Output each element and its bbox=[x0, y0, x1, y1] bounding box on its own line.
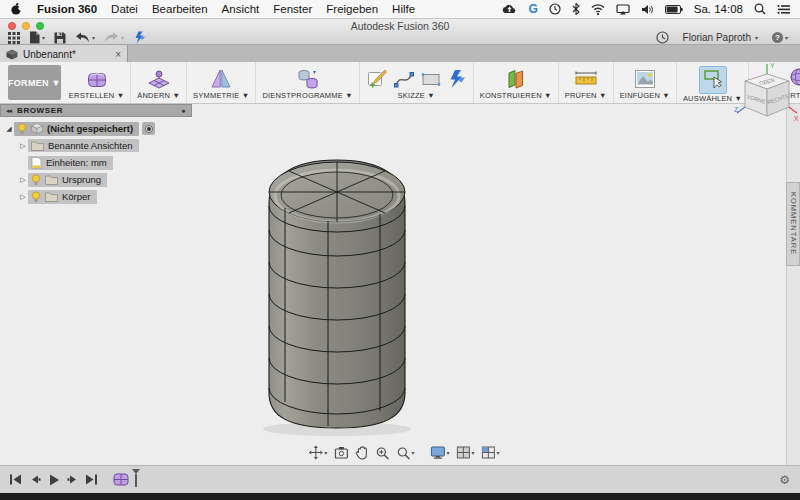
zoom-window-button[interactable] bbox=[373, 445, 391, 461]
macos-menubar: Fusion 360 Datei Bearbeiten Ansicht Fens… bbox=[0, 0, 800, 19]
tree-row-document[interactable]: ◢ (Nicht gespeichert) bbox=[4, 121, 192, 136]
save-button[interactable] bbox=[54, 31, 66, 44]
menu-hilfe[interactable]: Hilfe bbox=[392, 3, 415, 15]
ribbon-group-skizze[interactable]: SKIZZE ▼ bbox=[360, 62, 474, 103]
ribbon-group-dienstprogramme[interactable]: DIENSTPROGRAMME ▼ bbox=[256, 62, 359, 103]
viewports-icon bbox=[481, 446, 495, 459]
bluetooth-icon[interactable] bbox=[572, 3, 580, 15]
look-at-button[interactable] bbox=[332, 445, 350, 460]
menubar-status-icons: G Sa. 14:08 bbox=[502, 2, 790, 16]
bulb-icon[interactable] bbox=[31, 191, 41, 203]
activate-component-radio[interactable] bbox=[142, 122, 155, 135]
folder-icon bbox=[45, 174, 58, 185]
tree-row-einheiten[interactable]: Einheiten: mm bbox=[18, 155, 192, 170]
battery-icon[interactable] bbox=[665, 5, 683, 14]
display-settings-button[interactable]: ▾ bbox=[428, 445, 451, 460]
viewport-canvas[interactable]: ◂◂ BROWSER ● ◢ (Nicht gespeichert) ▷ Ben… bbox=[0, 104, 800, 465]
tab-unbenannt[interactable]: Unbenannt* × bbox=[0, 45, 128, 63]
apple-menu-icon[interactable] bbox=[10, 2, 23, 16]
logitech-g-icon[interactable]: G bbox=[528, 2, 537, 16]
sync-bolt-icon bbox=[133, 31, 146, 44]
job-status-icon[interactable] bbox=[656, 31, 669, 44]
redo-caret-icon: ▾ bbox=[121, 35, 124, 41]
zoom-caret-icon: ▾ bbox=[411, 450, 414, 456]
redo-button[interactable]: ▾ bbox=[104, 31, 124, 44]
tspline-cylinder-model[interactable] bbox=[238, 148, 458, 440]
grid-layout-icon bbox=[456, 446, 470, 459]
timeline-feature-form[interactable] bbox=[113, 472, 140, 487]
user-menu[interactable]: Florian Paproth ▾ bbox=[683, 32, 758, 43]
component-cube-icon bbox=[31, 123, 43, 134]
ribbon-group-aendern[interactable]: ÄNDERN ▼ bbox=[131, 62, 187, 103]
menu-fenster[interactable]: Fenster bbox=[273, 3, 312, 15]
airplay-icon[interactable] bbox=[616, 4, 630, 15]
timeline-gear-icon[interactable]: ⚙ bbox=[779, 473, 792, 487]
browser-tree: ◢ (Nicht gespeichert) ▷ Benannte Ansicht… bbox=[0, 117, 192, 204]
viewcube-x-axis bbox=[789, 107, 797, 113]
tree-label-benannte-ansichten: Benannte Ansichten bbox=[48, 140, 133, 151]
viewports-button[interactable]: ▾ bbox=[479, 445, 501, 460]
ribbon-group-erstellen[interactable]: ERSTELLEN ▼ bbox=[63, 62, 131, 103]
time-machine-icon[interactable] bbox=[549, 3, 561, 15]
tree-collapsed-icon[interactable]: ▷ bbox=[18, 176, 28, 184]
tree-row-ursprung[interactable]: ▷ Ursprung bbox=[18, 172, 192, 187]
volume-icon[interactable] bbox=[641, 4, 654, 15]
bulb-icon[interactable] bbox=[17, 123, 27, 135]
viewcube[interactable]: Y OBEN VORNE RECHTS Z X bbox=[734, 60, 800, 132]
tab-label: Unbenannt* bbox=[23, 49, 110, 60]
menu-datei[interactable]: Datei bbox=[111, 3, 138, 15]
undo-caret-icon: ▾ bbox=[92, 35, 95, 41]
help-menu[interactable]: ? ▾ bbox=[772, 32, 788, 43]
group-label-konstruieren: KONSTRUIEREN ▼ bbox=[480, 91, 552, 100]
tree-row-benannte-ansichten[interactable]: ▷ Benannte Ansichten bbox=[18, 138, 192, 153]
group-label-einfuegen: EINFÜGEN ▼ bbox=[620, 91, 670, 100]
browser-panel: ◂◂ BROWSER ● ◢ (Nicht gespeichert) ▷ Ben… bbox=[0, 104, 192, 206]
sync-bolt-button[interactable] bbox=[133, 31, 146, 44]
timeline-play-button[interactable] bbox=[46, 473, 61, 487]
menubar-clock[interactable]: Sa. 14:08 bbox=[694, 3, 743, 15]
undo-button[interactable]: ▾ bbox=[75, 31, 95, 44]
bulb-icon[interactable] bbox=[31, 174, 41, 186]
workspace-selector-formen[interactable]: FORMEN ▼ bbox=[8, 65, 61, 100]
menu-ansicht[interactable]: Ansicht bbox=[222, 3, 260, 15]
ribbon-group-einfuegen[interactable]: EINFÜGEN ▼ bbox=[614, 62, 677, 103]
notification-center-icon[interactable] bbox=[777, 4, 790, 15]
tree-collapsed-icon[interactable]: ▷ bbox=[18, 142, 28, 150]
tree-collapsed-icon[interactable]: ▷ bbox=[18, 193, 28, 201]
menu-fusion360[interactable]: Fusion 360 bbox=[37, 3, 97, 15]
timeline-skip-end-button[interactable] bbox=[84, 473, 99, 487]
edit-form-icon bbox=[147, 68, 171, 90]
tab-close-icon[interactable]: × bbox=[115, 49, 121, 60]
new-file-button[interactable]: ▾ bbox=[29, 31, 45, 44]
select-tool-icon bbox=[701, 68, 725, 90]
timeline-step-back-button[interactable] bbox=[27, 473, 42, 487]
panel-collapse-icon[interactable]: ◂◂ bbox=[6, 107, 11, 115]
timeline-step-forward-button[interactable] bbox=[65, 473, 80, 487]
browser-header[interactable]: ◂◂ BROWSER ● bbox=[0, 104, 192, 117]
menu-bearbeiten[interactable]: Bearbeiten bbox=[152, 3, 208, 15]
panel-pin-icon[interactable]: ● bbox=[181, 107, 186, 114]
tree-label-document: (Nicht gespeichert) bbox=[47, 123, 133, 134]
backup-cloud-icon[interactable] bbox=[502, 4, 517, 15]
tree-row-koerper[interactable]: ▷ Körper bbox=[18, 189, 192, 204]
bottom-window-edge bbox=[0, 493, 800, 500]
grid-layout-button[interactable]: ▾ bbox=[454, 445, 476, 460]
timeline-position-marker[interactable] bbox=[132, 469, 140, 487]
comments-tab[interactable]: KOMMENTARE bbox=[786, 182, 800, 266]
orbit-button[interactable]: ▾ bbox=[306, 444, 329, 461]
folder-icon bbox=[45, 191, 58, 202]
group-label-skizze: SKIZZE ▼ bbox=[366, 91, 467, 100]
dropdown-caret-icon: ▾ bbox=[42, 35, 45, 41]
ribbon-group-pruefen[interactable]: PRÜFEN ▼ bbox=[559, 62, 614, 103]
menu-freigeben[interactable]: Freigeben bbox=[326, 3, 378, 15]
wifi-icon[interactable] bbox=[591, 4, 605, 15]
tree-expand-icon[interactable]: ◢ bbox=[4, 125, 14, 133]
spotlight-icon[interactable] bbox=[754, 3, 766, 15]
zoom-button[interactable]: ▾ bbox=[394, 445, 416, 461]
timeline-skip-start-button[interactable] bbox=[8, 473, 23, 487]
pan-button[interactable] bbox=[353, 445, 370, 461]
app-launcher-button[interactable] bbox=[8, 31, 20, 44]
ribbon-group-konstruieren[interactable]: KONSTRUIEREN ▼ bbox=[474, 62, 559, 103]
construct-planes-icon bbox=[505, 68, 527, 90]
ribbon-group-symmetrie[interactable]: SYMMETRIE ▼ bbox=[187, 62, 256, 103]
